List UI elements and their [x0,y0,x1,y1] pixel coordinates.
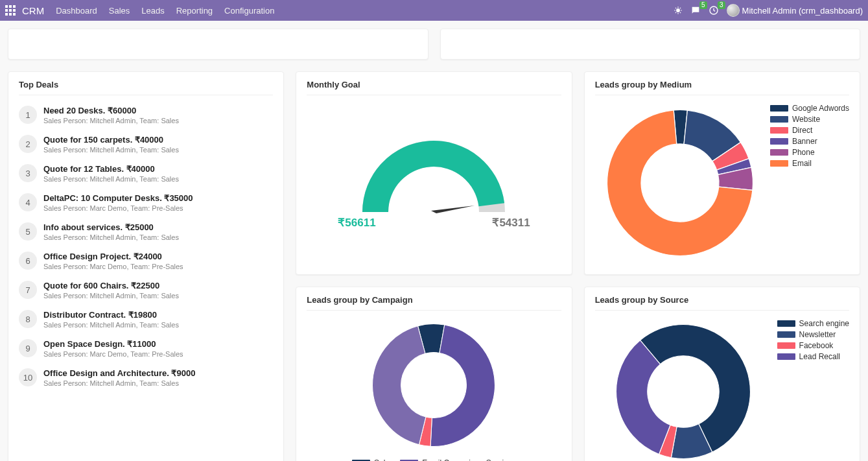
avatar [727,4,740,17]
user-menu[interactable]: Mitchell Admin (crm_dashboard) [727,4,863,17]
deal-rank: 4 [19,193,37,211]
nav-reporting[interactable]: Reporting [176,6,213,16]
legend-label: Facebook [799,341,834,350]
top-blank-row [8,29,860,60]
nav-sales[interactable]: Sales [109,6,130,16]
legend-item[interactable]: Lead Recall [777,352,849,361]
legend-item[interactable]: Website [770,115,849,124]
chart-row: Google AdwordsWebsiteDirectBannerPhoneEm… [595,102,849,264]
dashboard-grid: Top Deals 1Need 20 Desks. ₹60000Sales Pe… [0,21,868,461]
legend-campaign: SaleEmail Campaign - ServicesChristmas S… [307,458,561,461]
activity-icon[interactable]: 3 [709,5,719,16]
messages-icon[interactable]: 5 [690,5,701,16]
legend-source: Search engineNewsletterFacebookLead Reca… [777,317,849,363]
legend-item[interactable]: Search engine [777,319,849,328]
gauge-value: ₹56611 [338,216,375,230]
deal-subtitle: Sales Person: Marc Demo, Team: Pre-Sales [43,204,193,212]
deal-row[interactable]: 8Distributor Contract. ₹19800Sales Perso… [19,306,273,335]
deal-row[interactable]: 7Quote for 600 Chairs. ₹22500Sales Perso… [19,277,273,306]
legend-swatch [770,105,788,112]
card-title: Leads group by Medium [595,80,849,95]
svg-point-0 [676,8,680,12]
svg-marker-2 [431,206,475,213]
deal-subtitle: Sales Person: Marc Demo, Team: Pre-Sales [43,350,183,358]
card-title: Leads group by Source [595,295,849,311]
card-title: Top Deals [19,80,273,95]
deal-row[interactable]: 3Quote for 12 Tables. ₹40000Sales Person… [19,160,273,189]
deal-row[interactable]: 6Office Design Project. ₹24000Sales Pers… [19,248,273,277]
legend-item[interactable]: Email [770,159,849,168]
deal-subtitle: Sales Person: Mitchell Admin, Team: Sale… [43,146,179,154]
chart-row: Search engineNewsletterFacebookLead Reca… [595,317,849,461]
user-label: Mitchell Admin (crm_dashboard) [742,6,863,16]
deal-rank: 2 [19,135,37,153]
legend-swatch [770,116,788,123]
legend-swatch [770,127,788,134]
blank-card-right [440,29,861,60]
deal-rank: 5 [19,222,37,241]
donut-medium [595,102,765,264]
nav-configuration[interactable]: Configuration [224,6,274,16]
deal-subtitle: Sales Person: Mitchell Admin, Team: Sale… [43,321,179,329]
deals-list: 1Need 20 Desks. ₹60000Sales Person: Mitc… [19,102,273,394]
blank-card-left [8,29,428,60]
card-top-deals: Top Deals 1Need 20 Desks. ₹60000Sales Pe… [8,71,284,461]
deal-title: Quote for 12 Tables. ₹40000 [43,164,179,174]
deal-rank: 1 [19,106,37,124]
deal-title: Quote for 600 Chairs. ₹22500 [43,281,179,290]
legend-label: Google Adwords [792,104,849,113]
legend-swatch [777,320,795,327]
legend-label: Website [792,115,820,124]
apps-icon[interactable] [5,5,16,16]
deal-title: Distributor Contract. ₹19800 [43,310,179,320]
messages-badge: 5 [699,1,707,9]
legend-item[interactable]: Banner [770,137,849,146]
legend-label: Direct [792,126,812,135]
nav-menu: Dashboard Sales Leads Reporting Configur… [56,6,673,16]
legend-swatch [777,342,795,349]
legend-item[interactable]: Newsletter [777,330,849,339]
donut-source [595,317,772,461]
legend-swatch [777,353,795,360]
legend-label: Phone [792,148,815,157]
legend-item[interactable]: Email Campaign - Services [400,458,516,461]
legend-item[interactable]: Phone [770,148,849,157]
navbar-right: 5 3 Mitchell Admin (crm_dashboard) [674,4,863,17]
deal-title: Office Design Project. ₹24000 [43,252,183,261]
card-leads-medium: Leads group by Medium Google AdwordsWebs… [584,71,860,275]
deal-row[interactable]: 1Need 20 Desks. ₹60000Sales Person: Mitc… [19,102,273,131]
debug-icon[interactable] [674,6,683,15]
legend-label: Email [792,159,812,168]
deal-title: Need 20 Desks. ₹60000 [43,106,179,115]
card-leads-campaign: Leads group by Campaign SaleEmail Campai… [296,287,572,461]
legend-label: Search engine [799,319,849,328]
deal-subtitle: Sales Person: Mitchell Admin, Team: Sale… [43,117,179,124]
nav-leads[interactable]: Leads [141,6,164,16]
legend-label: Banner [792,137,817,146]
activity-badge: 3 [718,1,725,9]
deal-row[interactable]: 10Office Design and Architecture. ₹9000S… [19,364,273,394]
legend-item[interactable]: Google Adwords [770,104,849,113]
legend-item[interactable]: Sale [352,458,390,461]
deal-title: Office Design and Architecture. ₹9000 [43,368,195,378]
legend-swatch [770,160,788,167]
app-brand[interactable]: CRM [22,5,44,16]
deal-rank: 10 [19,368,37,386]
deal-rank: 3 [19,164,37,182]
deal-subtitle: Sales Person: Mitchell Admin, Team: Sale… [43,233,179,241]
legend-label: Sale [374,458,390,461]
legend-item[interactable]: Facebook [777,341,849,350]
deal-row[interactable]: 4DeltaPC: 10 Computer Desks. ₹35000Sales… [19,189,273,219]
legend-swatch [777,331,795,338]
legend-item[interactable]: Direct [770,126,849,135]
deal-row[interactable]: 5Info about services. ₹25000Sales Person… [19,219,273,248]
deal-rank: 7 [19,281,37,299]
gauge-target: ₹54311 [492,216,530,230]
card-monthly-goal: Monthly Goal ₹56611 ₹54311 [296,71,572,275]
deal-rank: 6 [19,252,37,270]
gauge-chart [307,102,561,219]
deal-row[interactable]: 2Quote for 150 carpets. ₹40000Sales Pers… [19,131,273,160]
navbar: CRM Dashboard Sales Leads Reporting Conf… [0,0,868,21]
nav-dashboard[interactable]: Dashboard [56,6,97,16]
deal-row[interactable]: 9Open Space Design. ₹11000Sales Person: … [19,335,273,364]
